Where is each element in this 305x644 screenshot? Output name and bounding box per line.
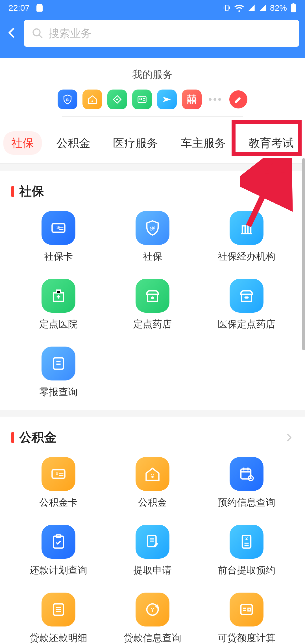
svg-line-4: [39, 35, 42, 38]
cell-lingbao[interactable]: 零报查询: [11, 347, 105, 399]
svg-text:¥: ¥: [245, 536, 248, 541]
cell-shebao[interactable]: 保 社保: [105, 211, 199, 263]
svg-text:¥: ¥: [151, 607, 154, 613]
battery-icon: [290, 3, 297, 13]
cell-loan-limit[interactable]: 可贷额度计算: [200, 593, 294, 644]
section-title: 公积金: [19, 429, 56, 446]
cell-label: 还款计划查询: [30, 564, 87, 577]
signal-icon-1: [247, 4, 255, 12]
svg-point-8: [116, 99, 118, 100]
tab-yiliao[interactable]: 医疗服务: [105, 131, 166, 155]
red-bar-icon: [11, 186, 14, 197]
id-card-icon: [137, 94, 147, 105]
cell-label: 零报查询: [39, 386, 78, 399]
svg-text:保: 保: [150, 225, 155, 231]
cell-counter-withdraw[interactable]: ¥ 前台提取预约: [200, 525, 294, 577]
insurance-icon: 保: [62, 94, 73, 105]
cell-label: 预约信息查询: [218, 496, 275, 509]
calendar-icon: [230, 457, 263, 491]
cell-hospital[interactable]: 定点医院: [11, 279, 105, 331]
cell-pharmacy[interactable]: 定点药店: [105, 279, 199, 331]
grid-gongjijin: ¥ 公积金卡 ¥ 公积金 预约信息查询 还款计划查询 提取申请 ¥ 前台提取预约…: [11, 457, 294, 644]
svg-rect-23: [241, 469, 251, 479]
cell-label: 定点医院: [39, 318, 78, 331]
cell-label: 贷款信息查询: [124, 632, 181, 644]
status-bar: 22:07 82%: [0, 0, 305, 16]
battery-percent: 82%: [270, 3, 287, 13]
home-fund-icon: ¥: [87, 94, 98, 105]
list-icon: [42, 593, 75, 626]
cell-label: 公积金卡: [39, 496, 78, 509]
chevron-right-icon: [284, 187, 294, 196]
cell-label: 定点药店: [133, 318, 172, 331]
clipboard-check-icon: [42, 525, 75, 559]
cell-appointment[interactable]: 预约信息查询: [200, 457, 294, 509]
cell-repayment-plan[interactable]: 还款计划查询: [11, 525, 105, 577]
svg-text:保: 保: [66, 98, 69, 102]
tab-jiaoyu[interactable]: 教育考试: [241, 131, 302, 155]
wifi-icon: [234, 3, 244, 13]
cell-label: 提取申请: [133, 564, 172, 577]
double-happiness-icon: 囍: [187, 93, 197, 106]
svg-text:¥: ¥: [91, 99, 94, 103]
quick-divider: [62, 116, 243, 117]
plane-icon: [162, 94, 172, 105]
cell-gjj[interactable]: ¥ 公积金: [105, 457, 199, 509]
cell-label: 社保: [143, 250, 162, 263]
pencil-icon: [234, 95, 243, 104]
cell-jingban[interactable]: 社保经办机构: [200, 211, 294, 263]
chevron-right-icon: [284, 433, 294, 442]
vibrate-icon: [223, 4, 231, 12]
cell-medstore[interactable]: 医保定点药店: [200, 279, 294, 331]
section-header[interactable]: 社保: [11, 183, 294, 200]
shopping-bag-icon: [35, 4, 44, 12]
quick-home-fund[interactable]: ¥: [82, 90, 102, 109]
red-bar-icon: [11, 432, 14, 443]
cell-loan-info[interactable]: ¥ 贷款信息查询: [105, 593, 199, 644]
cell-label: 可贷额度计算: [218, 632, 275, 644]
receipt-icon: ¥: [230, 525, 263, 559]
grid-shebao: SI 社保卡 保 社保 社保经办机构 定点医院 定点药店 医保定点药店 零报查询: [11, 211, 294, 399]
hospital-icon: [42, 279, 75, 313]
svg-rect-19: [53, 358, 63, 369]
tab-gongjijin[interactable]: 公积金: [49, 131, 98, 155]
cell-label: 公积金: [138, 496, 167, 509]
search-input[interactable]: [49, 27, 291, 40]
edit-button[interactable]: [229, 90, 247, 108]
section-header[interactable]: 公积金: [11, 429, 294, 446]
cell-shebaoka[interactable]: SI 社保卡: [11, 211, 105, 263]
report-icon: [42, 347, 75, 380]
quick-id-card[interactable]: [132, 90, 152, 109]
cell-withdraw-apply[interactable]: 提取申请: [105, 525, 199, 577]
svg-point-16: [151, 297, 154, 299]
search-box[interactable]: [24, 20, 299, 47]
cell-gjjcard[interactable]: ¥ 公积金卡: [11, 457, 105, 509]
svg-rect-20: [52, 470, 65, 478]
signal-icon-2: [259, 4, 267, 12]
pharmacy-icon: [136, 279, 169, 313]
diamond-icon: [112, 94, 123, 105]
svg-rect-9: [138, 96, 146, 103]
quick-double-happiness[interactable]: 囍: [182, 90, 202, 109]
fund-card-icon: ¥: [42, 457, 75, 491]
section-title: 社保: [19, 183, 44, 200]
quick-insurance[interactable]: 保: [58, 90, 77, 109]
cell-repay-detail[interactable]: 贷款还款明细: [11, 593, 105, 644]
app-header: [0, 16, 305, 58]
tab-shebao[interactable]: 社保: [3, 131, 42, 155]
scrollbar[interactable]: [302, 158, 305, 350]
cell-label: 前台提取预约: [218, 564, 275, 577]
more-dots[interactable]: •••: [207, 93, 224, 105]
document-edit-icon: [136, 525, 169, 559]
quick-plane[interactable]: [157, 90, 177, 109]
section-gongjijin: 公积金 ¥ 公积金卡 ¥ 公积金 预约信息查询 还款计划查询 提取申请 ¥ 前台…: [0, 417, 305, 644]
svg-point-10: [140, 98, 142, 100]
search-icon: [32, 27, 43, 39]
status-right: 82%: [223, 3, 297, 13]
my-services: 我的服务 保 ¥ 囍 •••: [0, 58, 305, 124]
svg-rect-0: [225, 5, 228, 11]
quick-diamond[interactable]: [107, 90, 127, 109]
tab-chezhu[interactable]: 车主服务: [173, 131, 234, 155]
back-button[interactable]: [6, 24, 18, 42]
quick-icons-row: 保 ¥ 囍 •••: [0, 90, 305, 109]
